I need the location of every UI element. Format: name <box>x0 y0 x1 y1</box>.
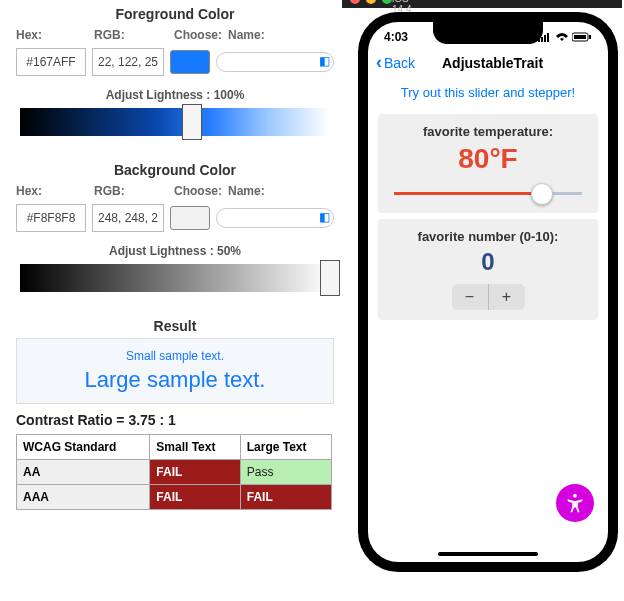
fg-labels: Hex: RGB: Choose: Name: <box>10 26 340 44</box>
zoom-icon[interactable] <box>382 0 392 4</box>
number-card: favorite number (0-10): 0 − + <box>378 219 598 320</box>
bg-lightness-thumb[interactable] <box>320 260 340 296</box>
small-sample: Small sample text. <box>27 349 323 363</box>
svg-rect-1 <box>541 37 543 42</box>
fg-hex-input[interactable]: #167AFF <box>16 48 86 76</box>
temp-slider-thumb[interactable] <box>531 183 553 205</box>
wifi-icon <box>555 32 569 42</box>
num-label: favorite number (0-10): <box>388 229 588 244</box>
battery-icon <box>572 32 592 42</box>
fg-swatch[interactable] <box>170 50 210 74</box>
bg-hex-input[interactable]: #F8F8F8 <box>16 204 86 232</box>
num-value: 0 <box>388 248 588 276</box>
accessibility-icon <box>564 492 586 514</box>
contrast-ratio: Contrast Ratio = 3.75 : 1 <box>16 412 334 428</box>
table-row: AAA FAIL FAIL <box>17 485 332 510</box>
stepper-plus[interactable]: + <box>489 284 525 310</box>
minimize-icon[interactable] <box>366 0 376 4</box>
dropdown-icon: ◧ <box>319 210 331 226</box>
device-notch <box>433 22 543 44</box>
bg-lightness-label: Adjust Lightness : 50% <box>10 244 340 258</box>
svg-rect-6 <box>589 35 591 39</box>
fg-lightness-thumb[interactable] <box>182 104 202 140</box>
svg-rect-5 <box>574 35 586 39</box>
dropdown-icon: ◧ <box>319 54 331 70</box>
fg-rgb-input[interactable]: 22, 122, 25 <box>92 48 164 76</box>
status-time: 4:03 <box>384 30 408 44</box>
wcag-table: WCAG Standard Small Text Large Text AA F… <box>16 434 332 510</box>
number-stepper[interactable]: − + <box>452 284 525 310</box>
bg-lightness-track[interactable] <box>20 264 330 292</box>
fg-lightness-track[interactable] <box>20 108 330 136</box>
temperature-card: favorite temperature: 80°F <box>378 114 598 213</box>
result-preview: Small sample text. Large sample text. <box>16 338 334 404</box>
temp-label: favorite temperature: <box>388 124 588 139</box>
close-icon[interactable] <box>350 0 360 4</box>
home-indicator[interactable] <box>438 552 538 556</box>
ios-version: iOS 14.4 <box>392 0 402 3</box>
bg-labels: Hex: RGB: Choose: Name: <box>10 182 340 200</box>
accessibility-fab[interactable] <box>556 484 594 522</box>
fg-lightness-label: Adjust Lightness : 100% <box>10 88 340 102</box>
nav-title: AdjustableTrait <box>385 55 600 71</box>
svg-rect-3 <box>547 33 549 42</box>
fg-title: Foreground Color <box>10 6 340 22</box>
svg-rect-2 <box>544 35 546 42</box>
bg-name-select[interactable]: ◧ <box>216 208 334 228</box>
chevron-left-icon: ‹ <box>376 52 382 73</box>
sim-window-controls[interactable]: iOS 14.4 <box>342 0 622 8</box>
bg-title: Background Color <box>10 162 340 178</box>
fg-name-select[interactable]: ◧ <box>216 52 334 72</box>
bg-swatch[interactable] <box>170 206 210 230</box>
table-row: AA FAIL Pass <box>17 460 332 485</box>
stepper-minus[interactable]: − <box>452 284 488 310</box>
large-sample: Large sample text. <box>27 367 323 393</box>
device-frame: 4:03 ‹ Back AdjustableTrait Try out this… <box>358 12 618 572</box>
instruction-text: Try out this slider and stepper! <box>368 77 608 108</box>
temp-value: 80°F <box>388 143 588 175</box>
temp-slider[interactable] <box>394 183 582 203</box>
bg-rgb-input[interactable]: 248, 248, 2 <box>92 204 164 232</box>
result-title: Result <box>10 318 340 334</box>
svg-point-7 <box>573 494 577 498</box>
